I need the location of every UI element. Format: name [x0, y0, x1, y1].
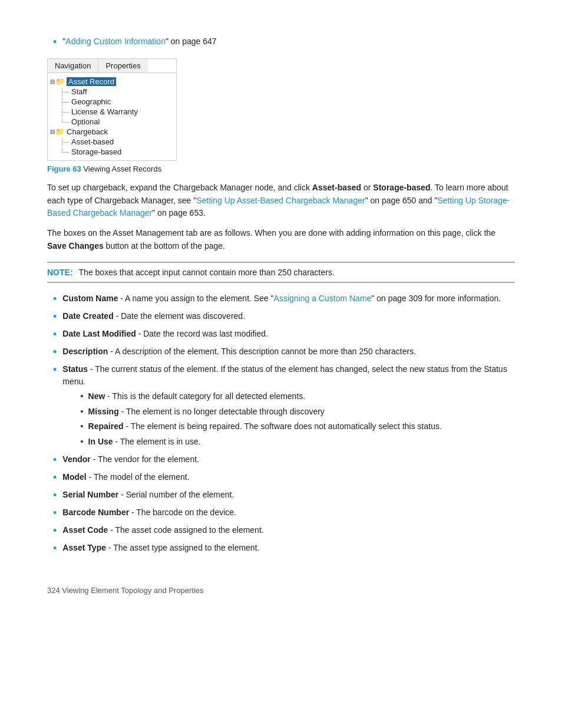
- note-label: NOTE:: [47, 268, 73, 277]
- bullet-status-content: Status - The current status of the eleme…: [62, 363, 515, 450]
- tree-tab-navigation[interactable]: Navigation: [48, 59, 98, 73]
- bold-asset-type: Asset Type: [62, 543, 106, 552]
- figure-caption-text: Viewing Asset Records: [83, 164, 161, 173]
- bullet-asset-type: • Asset Type - The asset type assigned t…: [53, 542, 515, 556]
- tree-row-staff[interactable]: ├─ Staff: [50, 87, 174, 97]
- intro-bullet-text: "Adding Custom Information" on page 647: [62, 35, 216, 48]
- bold-date-modified: Date Last Modified: [62, 329, 135, 338]
- sub-bullet-in-use-text: In Use - The element is in use.: [88, 436, 201, 448]
- tree-label-storage-based: Storage-based: [71, 147, 121, 156]
- setting-up-asset-link[interactable]: Setting Up Asset-Based Chargeback Manage…: [196, 196, 365, 205]
- para1-end: " on page 653.: [152, 208, 206, 218]
- sub-bullet-dot-in-use: •: [80, 435, 83, 449]
- bullet-asset-type-text: Asset Type - The asset type assigned to …: [62, 542, 259, 554]
- bold-in-use: In Use: [88, 437, 113, 446]
- bullet-dot-3: •: [53, 327, 57, 342]
- assigning-custom-name-link[interactable]: Assigning a Custom Name: [274, 294, 372, 303]
- bold-description: Description: [62, 347, 108, 356]
- para2-text: The boxes on the Asset Management tab ar…: [47, 228, 495, 238]
- bullet-asset-code: • Asset Code - The asset code assigned t…: [53, 524, 515, 539]
- sub-bullet-dot-repaired: •: [80, 420, 83, 433]
- sub-bullet-missing: • Missing - The element is no longer det…: [80, 406, 515, 419]
- sub-bullet-new-text: New - This is the default category for a…: [88, 390, 306, 403]
- line-icon-license: ├─: [59, 108, 70, 116]
- bold-vendor: Vendor: [62, 454, 90, 464]
- tree-label-staff: Staff: [71, 87, 87, 96]
- note-text: The boxes that accept input cannot conta…: [79, 268, 335, 277]
- line-icon-asset-based: ├─: [59, 138, 70, 146]
- tree-label-asset-based: Asset-based: [71, 137, 114, 146]
- bold-repaired: Repaired: [88, 421, 124, 431]
- bullet-date-created: • Date Created - Date the element was di…: [53, 310, 515, 325]
- figure-caption-bold: Figure 63: [47, 164, 81, 173]
- note-box: NOTE: The boxes that accept input cannot…: [47, 262, 515, 283]
- para1-bold1: Asset-based: [312, 183, 361, 192]
- bullet-dot-6: •: [53, 452, 57, 468]
- tree-label-license: License & Warranty: [71, 107, 138, 116]
- intro-bullet-rest: " on page 647: [166, 37, 217, 46]
- tree-tab-properties[interactable]: Properties: [98, 59, 147, 73]
- tree-row-optional[interactable]: └─ Optional: [50, 117, 174, 127]
- bold-asset-code: Asset Code: [62, 525, 108, 535]
- sub-bullet-in-use: • In Use - The element is in use.: [80, 436, 515, 449]
- tree-row-storage-based[interactable]: └─ Storage-based: [50, 147, 174, 157]
- bullet-serial-text: Serial Number - Serial number of the ele…: [62, 489, 234, 501]
- tree-body: ⊟ 📁 Asset Record ├─ Staff ├─ Geographic …: [48, 73, 176, 160]
- bullet-dot-11: •: [53, 541, 57, 556]
- tree-row-asset-based[interactable]: ├─ Asset-based: [50, 137, 174, 147]
- bullet-description: • Description - A description of the ele…: [53, 345, 515, 360]
- bullet-date-created-text: Date Created - Date the element was disc…: [62, 310, 245, 322]
- adding-custom-info-link[interactable]: Adding Custom Information: [65, 37, 166, 46]
- tree-label-optional: Optional: [71, 117, 100, 126]
- sub-bullet-repaired-text: Repaired - The element is being repaired…: [88, 420, 442, 433]
- bold-date-created: Date Created: [62, 311, 113, 321]
- bullet-dot-2: •: [53, 309, 57, 325]
- bullet-model-text: Model - The model of the element.: [62, 471, 189, 483]
- line-icon-geographic: ├─: [59, 98, 70, 106]
- bullet-date-modified: • Date Last Modified - Date the record w…: [53, 328, 515, 342]
- bold-model: Model: [62, 472, 86, 482]
- paragraph-1: To set up chargeback, expand the Chargeb…: [47, 182, 515, 220]
- bold-custom-name: Custom Name: [62, 294, 118, 303]
- sub-bullet-repaired: • Repaired - The element is being repair…: [80, 420, 515, 433]
- line-icon-optional: └─: [59, 118, 70, 126]
- tree-label-chargeback: Chargeback: [67, 127, 108, 136]
- tree-header: Navigation Properties: [48, 59, 176, 73]
- main-bullet-list: • Custom Name - A name you assign to the…: [53, 292, 515, 556]
- bold-missing: Missing: [88, 407, 119, 416]
- tree-label-geographic: Geographic: [71, 97, 111, 106]
- para1-mid2: " on page 650 and ": [365, 196, 438, 205]
- sub-bullet-new: • New - This is the default category for…: [80, 390, 515, 403]
- bullet-date-modified-text: Date Last Modified - Date the record was…: [62, 328, 268, 340]
- bullet-dot-1: •: [53, 291, 57, 307]
- sub-bullet-missing-text: Missing - The element is no longer detec…: [88, 406, 325, 418]
- bullet-dot-4: •: [53, 344, 57, 360]
- bullet-barcode-text: Barcode Number - The barcode on the devi…: [62, 506, 236, 519]
- line-icon-storage-based: └─: [59, 148, 70, 156]
- bullet-status: • Status - The current status of the ele…: [53, 363, 515, 450]
- bullet-description-text: Description - A description of the eleme…: [62, 345, 416, 358]
- tree-row-geographic[interactable]: ├─ Geographic: [50, 97, 174, 107]
- expand-icon-asset: ⊟: [50, 78, 55, 85]
- bullet-dot: •: [53, 34, 57, 50]
- bold-serial: Serial Number: [62, 490, 118, 499]
- expand-icon-chargeback: ⊟: [50, 129, 55, 135]
- bullet-dot-9: •: [53, 505, 57, 521]
- bullet-barcode: • Barcode Number - The barcode on the de…: [53, 506, 515, 521]
- tree-row-license[interactable]: ├─ License & Warranty: [50, 107, 174, 117]
- para2-end: button at the bottom of the page.: [104, 241, 225, 251]
- line-icon-staff: ├─: [59, 88, 70, 96]
- tree-row-asset-record[interactable]: ⊟ 📁 Asset Record: [50, 77, 174, 87]
- sub-bullet-dot-new: •: [80, 390, 83, 403]
- tree-row-chargeback[interactable]: ⊟ 📁 Chargeback: [50, 127, 174, 137]
- bullet-model: • Model - The model of the element.: [53, 471, 515, 486]
- para1-mid: or: [361, 183, 373, 192]
- bullet-serial: • Serial Number - Serial number of the e…: [53, 489, 515, 503]
- sub-bullet-list-status: • New - This is the default category for…: [80, 390, 515, 448]
- folder-icon-chargeback: 📁: [55, 127, 65, 136]
- bold-new: New: [88, 391, 105, 401]
- folder-icon-asset: 📁: [55, 77, 65, 86]
- page-footer: 324 Viewing Element Topology and Propert…: [47, 586, 515, 595]
- sub-bullet-dot-missing: •: [80, 405, 83, 419]
- bullet-vendor-text: Vendor - The vendor for the element.: [62, 453, 199, 466]
